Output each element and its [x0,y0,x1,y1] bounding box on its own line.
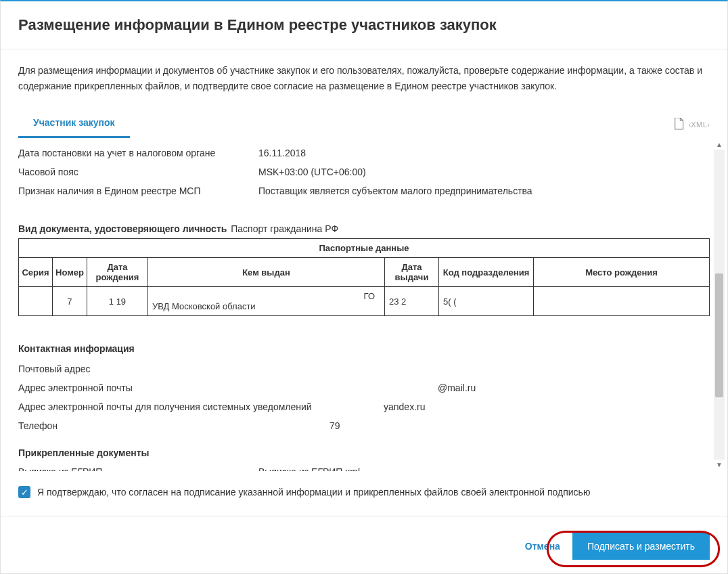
label-phone: Телефон [18,420,329,431]
th-issue-date: Дата выдачи [385,258,439,287]
confirm-row: ✓ Я подтверждаю, что согласен на подписа… [1,471,727,498]
row-phone: Телефон 79 [18,416,710,435]
th-birth-date: Дата рождения [87,258,147,287]
cancel-button[interactable]: Отмена [525,541,560,552]
scrollbar[interactable]: ▲ ▼ [714,141,725,468]
passport-table: Паспортные данные Серия Номер Дата рожде… [18,238,710,316]
confirm-text: Я подтверждаю, что согласен на подписани… [37,487,590,498]
label-sys-email: Адрес электронной почты для получения си… [18,401,329,412]
contact-heading: Контактная информация [18,343,710,354]
id-doc-value: Паспорт гражданина РФ [231,223,338,234]
value-timezone: MSK+03:00 (UTC+06:00) [258,167,710,177]
td-number: 7 [53,287,87,316]
modal-footer: Отмена Подписать и разместить [1,516,727,573]
value-postal [258,363,710,374]
publish-modal: Размещение информации в Едином реестре у… [0,0,728,574]
passport-caption: Паспортные данные [19,239,710,258]
id-doc-label-row: Вид документа, удостоверяющего личность … [18,223,710,234]
th-series: Серия [19,258,53,287]
value-tax-reg-date: 16.11.2018 [258,148,710,158]
scrollbar-track[interactable] [714,150,725,460]
row-tax-reg-date: Дата постановки на учет в налоговом орга… [18,144,710,162]
modal-title: Размещение информации в Едином реестре у… [1,1,727,49]
td-issue-date: 23 2 [385,287,439,316]
label-timezone: Часовой пояс [18,167,258,177]
tab-participant[interactable]: Участник закупок [18,110,130,138]
row-email: Адрес электронной почты @mail.ru [18,378,710,397]
value-sys-email: yandex.ru [329,401,710,412]
td-issued-by-top: ГО [152,291,382,301]
label-postal: Почтовый адрес [18,363,258,374]
value-phone: 79 [329,420,710,431]
th-birth-place: Место рождения [534,258,710,287]
td-series [19,287,53,316]
check-icon: ✓ [21,487,28,498]
scroll-up-icon[interactable]: ▲ [716,141,723,148]
file-icon[interactable] [674,118,685,131]
td-issued-by-bottom: УВД Московской области [152,301,382,311]
confirm-checkbox[interactable]: ✓ [18,486,30,498]
row-egrip: Выписка из ЕГРИП Выписка из ЕГРИП.xml [18,462,710,471]
scroll-down-icon[interactable]: ▼ [716,461,723,468]
modal-description: Для размещения информации и документов о… [1,49,727,106]
value-msp: Поставщик является субъектом малого пред… [258,185,710,196]
label-msp: Признак наличия в Едином реестре МСП [18,185,258,196]
row-sys-email: Адрес электронной почты для получения си… [18,397,710,416]
row-timezone: Часовой пояс MSK+03:00 (UTC+06:00) [18,162,710,181]
scrollbar-thumb[interactable] [715,273,723,397]
th-dept-code: Код подразделения [439,258,534,287]
label-tax-reg-date: Дата постановки на учет в налоговом орга… [18,148,258,158]
td-issued-by: ГО УВД Московской области [147,287,384,316]
th-issued-by: Кем выдан [147,258,384,287]
td-dept-code: 5( ( [439,287,534,316]
passport-row: 7 1 19 ГО УВД Московской области 23 2 5(… [19,287,710,316]
xml-toolbar: ‹XML› [674,118,710,131]
label-email: Адрес электронной почты [18,382,329,393]
value-egrip: Выписка из ЕГРИП.xml [258,466,710,471]
value-email: @mail.ru [329,382,710,393]
xml-label[interactable]: ‹XML› [689,120,710,129]
row-postal: Почтовый адрес [18,359,710,378]
label-egrip: Выписка из ЕГРИП [18,466,258,471]
row-msp: Признак наличия в Едином реестре МСП Пос… [18,181,710,200]
id-doc-label: Вид документа, удостоверяющего личность [18,223,227,234]
tabs-row: Участник закупок ‹XML› [1,110,727,138]
th-number: Номер [53,258,87,287]
td-birth-place [534,287,710,316]
sign-and-publish-button[interactable]: Подписать и разместить [572,533,710,560]
attachments-heading: Прикрепленные документы [18,447,710,458]
content-scroll-area: Дата постановки на учет в налоговом орга… [1,138,727,471]
td-birth-date: 1 19 [87,287,147,316]
